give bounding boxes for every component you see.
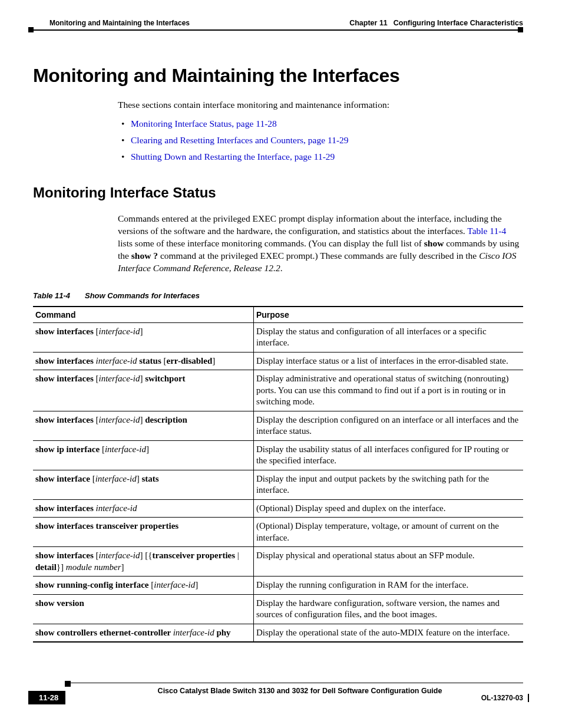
purpose-cell: Display interface status or a list of in…: [253, 352, 523, 370]
table-row: show interfaces interface-id status [err…: [33, 352, 523, 370]
command-cell: show running-config interface [interface…: [33, 577, 253, 595]
purpose-cell: Display physical and operational status …: [253, 547, 523, 577]
purpose-cell: Display the input and output packets by …: [253, 470, 523, 499]
footer-page-number: 11-28: [28, 691, 65, 704]
table-row: show interfaces [interface-id]Display th…: [33, 322, 523, 352]
header-section: Monitoring and Maintaining the Interface…: [28, 19, 190, 27]
footer-doc-id: OL-13270-03: [481, 694, 523, 702]
bullet-icon: •: [118, 135, 131, 146]
xref-link[interactable]: Shutting Down and Restarting the Interfa…: [131, 151, 335, 162]
footer-rule: [71, 683, 523, 683]
purpose-cell: Display the operational state of the aut…: [253, 624, 523, 642]
page-title: Monitoring and Maintaining the Interface…: [33, 65, 523, 87]
header-decoration: [518, 27, 523, 32]
table-row: show ip interface [interface-id]Display …: [33, 440, 523, 470]
table-row: show running-config interface [interface…: [33, 577, 523, 595]
command-cell: show interface [interface-id] stats: [33, 470, 253, 499]
command-cell: show interfaces transceiver properties: [33, 518, 253, 547]
command-cell: show interfaces [interface-id] descripti…: [33, 411, 253, 440]
command-cell: show interfaces interface-id status [err…: [33, 352, 253, 370]
table-caption: Table 11-4Show Commands for Interfaces: [33, 291, 523, 300]
list-item: •Clearing and Resetting Interfaces and C…: [118, 135, 523, 146]
footer-book-title: Cisco Catalyst Blade Switch 3130 and 303…: [77, 687, 523, 695]
purpose-cell: Display the running configuration in RAM…: [253, 577, 523, 595]
footer-decoration: [65, 681, 71, 687]
table-row: show interfaces [interface-id] descripti…: [33, 411, 523, 440]
command-cell: show interfaces [interface-id] switchpor…: [33, 370, 253, 411]
intro-text: These sections contain interface monitor…: [118, 100, 523, 110]
purpose-cell: Display the description configured on an…: [253, 411, 523, 440]
table-row: show interfaces interface-id(Optional) D…: [33, 499, 523, 518]
bullet-icon: •: [118, 118, 131, 129]
table-header-command: Command: [33, 307, 253, 323]
table-row: show interface [interface-id] statsDispl…: [33, 470, 523, 499]
table-row: show versionDisplay the hardware configu…: [33, 594, 523, 624]
table-header-purpose: Purpose: [253, 307, 523, 323]
xref-link[interactable]: Clearing and Resetting Interfaces and Co…: [131, 135, 349, 146]
command-cell: show ip interface [interface-id]: [33, 440, 253, 470]
header-rule: [28, 29, 523, 31]
table-row: show controllers ethernet-controller int…: [33, 624, 523, 642]
purpose-cell: Display the hardware configuration, soft…: [253, 594, 523, 624]
header-chapter: Chapter 11: [349, 19, 388, 27]
list-item: •Monitoring Interface Status, page 11-28: [118, 118, 523, 129]
command-cell: show controllers ethernet-controller int…: [33, 624, 253, 642]
table-row: show interfaces transceiver properties(O…: [33, 518, 523, 547]
command-cell: show version: [33, 594, 253, 624]
xref-link[interactable]: Monitoring Interface Status, page 11-28: [131, 118, 277, 129]
command-cell: show interfaces [interface-id] [{transce…: [33, 547, 253, 577]
header-chapter-title: Configuring Interface Characteristics: [394, 19, 523, 27]
purpose-cell: Display the status and configuration of …: [253, 322, 523, 352]
table-row: show interfaces [interface-id] [{transce…: [33, 547, 523, 577]
command-cell: show interfaces interface-id: [33, 499, 253, 518]
table-row: show interfaces [interface-id] switchpor…: [33, 370, 523, 411]
commands-table: Command Purpose show interfaces [interfa…: [33, 306, 523, 643]
table-ref-link[interactable]: Table 11-4: [467, 226, 506, 236]
list-item: •Shutting Down and Restarting the Interf…: [118, 151, 523, 162]
purpose-cell: Display administrative and operational s…: [253, 370, 523, 411]
command-cell: show interfaces [interface-id]: [33, 322, 253, 352]
purpose-cell: (Optional) Display temperature, voltage,…: [253, 518, 523, 547]
section-heading: Monitoring Interface Status: [33, 185, 523, 201]
footer-decoration: [528, 694, 529, 702]
purpose-cell: Display the usability status of all inte…: [253, 440, 523, 470]
bullet-icon: •: [118, 151, 131, 162]
purpose-cell: (Optional) Display speed and duplex on t…: [253, 499, 523, 518]
body-paragraph: Commands entered at the privileged EXEC …: [118, 213, 523, 275]
